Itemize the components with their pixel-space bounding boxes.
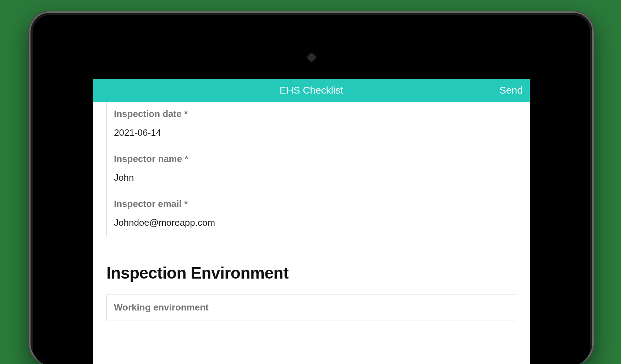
tablet-bezel: EHS Checklist Send Inspection date * 202… xyxy=(33,15,590,364)
app-title: EHS Checklist xyxy=(280,85,343,96)
inspection-date-row[interactable]: Inspection date * 2021-06-14 xyxy=(107,102,516,147)
working-environment-card[interactable]: Working environment xyxy=(106,295,516,320)
inspection-details-card: Inspection date * 2021-06-14 Inspector n… xyxy=(106,102,516,237)
section-heading-inspection-environment: Inspection Environment xyxy=(106,263,516,282)
inspector-email-row[interactable]: Inspector email * Johndoe@moreapp.com xyxy=(107,192,516,237)
app-header: EHS Checklist Send xyxy=(93,79,530,102)
tablet-frame: EHS Checklist Send Inspection date * 202… xyxy=(28,11,594,364)
inspection-date-value: 2021-06-14 xyxy=(114,127,509,138)
inspection-date-label: Inspection date * xyxy=(114,108,509,119)
device-screen: EHS Checklist Send Inspection date * 202… xyxy=(57,79,565,364)
working-environment-label: Working environment xyxy=(114,302,509,313)
form-content: Inspection date * 2021-06-14 Inspector n… xyxy=(93,102,530,320)
inspector-name-value: John xyxy=(114,172,509,183)
send-button[interactable]: Send xyxy=(500,85,523,96)
inspector-email-label: Inspector email * xyxy=(114,198,509,209)
inspector-name-row[interactable]: Inspector name * John xyxy=(107,147,516,192)
app-viewport: EHS Checklist Send Inspection date * 202… xyxy=(93,79,530,364)
inspector-email-value: Johndoe@moreapp.com xyxy=(114,217,509,228)
inspector-name-label: Inspector name * xyxy=(114,153,509,164)
camera-icon xyxy=(307,53,316,62)
